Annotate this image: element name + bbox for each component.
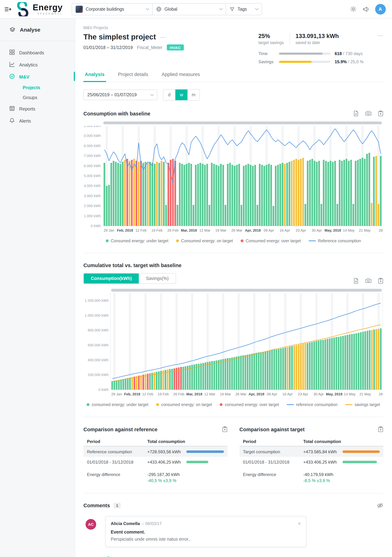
export-report-button[interactable] [353,110,359,116]
chart2-zoom-scrollbar[interactable] [111,289,382,292]
consumption-bar [356,333,357,390]
mv-icon [9,74,15,79]
consumption-bar [179,163,181,226]
x-axis-tick: 09 Apr [267,392,277,396]
legend-label: savings target [355,402,380,407]
consumption-bar [120,164,121,226]
add-to-report-button[interactable] [378,426,383,432]
consumption-bar [227,358,228,390]
settings-button[interactable] [350,6,357,12]
user-avatar[interactable]: A [375,4,386,14]
time-progress-bar[interactable] [279,53,330,55]
toggle-consumption-kwh[interactable]: Consumption(kWh) [84,274,139,283]
sidebar-item-label: M&V [19,74,30,79]
add-to-report-button[interactable] [378,278,383,284]
kpi-more-button[interactable]: ⋯ [378,33,383,38]
sidebar-item-analytics[interactable]: Analytics [0,58,75,70]
add-to-report-button[interactable] [222,426,227,432]
consumption-bar [211,163,213,226]
granularity-day-button[interactable]: d [163,90,175,100]
sidebar-item-reports[interactable]: Reports [0,102,75,114]
x-axis-tick: May, 2018 [325,229,341,232]
toggle-savings-pct[interactable]: Savings(%) [139,274,176,283]
sidebar-item-alerts[interactable]: Alerts [0,114,75,126]
consumption-bar [307,161,309,226]
x-axis-tick: 26 Feb [167,229,178,232]
chevron-down-icon [219,7,223,10]
sidebar-item-groups[interactable]: Groups [0,92,75,102]
building-selector-value: Corporate buildings [86,7,144,12]
add-comment-button[interactable]: Add comment [105,556,383,557]
building-thumbnail [76,6,83,13]
analysis-date-range-select[interactable]: 25/06/2019 – 01/07/2019 [83,90,157,100]
tab-applied-measures[interactable]: Applied measures [160,69,201,82]
sidebar-toggle-button[interactable] [0,6,16,12]
granularity-month-button[interactable]: m [187,90,200,100]
consumption-bar [183,367,184,390]
saved-to-date-label: saved to date [296,41,339,45]
consumption-bar [365,331,366,390]
consumption-bar [149,373,151,390]
consumption-bar [218,166,219,226]
comment-author-avatar: AC [86,519,96,530]
energy-logo[interactable]: Energy SPACEWELL [16,2,63,16]
consumption-bar [236,357,237,390]
consumption-bar [282,348,284,390]
row-period: Reference consumption [87,449,147,454]
announcements-button[interactable] [362,6,369,12]
consumption-bar [293,346,295,390]
scope-selector[interactable]: Global [152,3,226,15]
building-selector[interactable]: Corporate buildings [72,3,153,15]
row-period: 01/01/2018 - 31/12/2018 [243,459,303,465]
consumption-bar [302,158,304,226]
comment-date: – 06/03/17 [142,521,162,526]
x-axis-tick: 23 Apr [296,229,306,232]
comment-body-text: Perspiciatis unde omnis iste natus error… [111,537,301,542]
legend-label: consumed energy: under target [92,402,149,407]
snapshot-button[interactable] [365,278,372,284]
tab-project-details[interactable]: Project details [117,69,150,82]
sidebar-item-dashboards[interactable]: Dashboards [0,46,75,58]
consumption-bar [259,164,261,226]
consumption-bar [191,365,193,390]
consumption-bar [113,161,114,226]
chart1-zoom-scrollbar[interactable] [103,122,382,124]
x-axis-tick: Mar, 2018 [186,392,202,396]
row-period: 01/01/2018 - 31/12/2018 [87,459,147,465]
close-comment-button[interactable]: × [298,521,301,526]
x-axis-tick: 23 Apr [298,392,308,396]
hide-comments-button[interactable] [377,503,383,508]
add-to-report-button[interactable] [378,110,383,116]
consumption-bar [209,205,210,226]
consumption-bar [115,162,117,226]
breadcrumb[interactable]: M&V Projects [83,25,383,30]
consumption-bar [380,156,382,226]
consumption-bar [196,364,197,390]
x-axis-tick: 19 Mar [216,229,227,232]
analytics-icon [9,61,15,67]
granularity-week-button[interactable]: w [175,90,187,100]
savings-progress-bar[interactable] [279,61,330,63]
consumption-bar [140,161,142,226]
sidebar-section-analyse[interactable]: Analyse [0,18,75,41]
x-axis-tick: 14 May [344,392,356,396]
consumption-bar [334,161,336,226]
consumption-bar [269,351,271,390]
consumption-bar [106,186,108,226]
consumption-bar [188,163,190,226]
snapshot-button[interactable] [365,110,372,116]
chart2-mode-toggle: Consumption(kWh) Savings(%) [83,273,176,284]
tags-selector[interactable]: Tags [226,3,262,15]
project-tag-badge: HVAC [167,44,184,50]
export-report-button[interactable] [353,278,359,284]
consumption-bar [300,159,302,226]
consumption-bar [245,355,246,390]
consumption-bar [313,342,315,390]
sidebar-item-projects[interactable]: Projects [0,82,75,92]
camera-icon [365,278,372,283]
tab-analysis[interactable]: Analysis [83,69,106,82]
project-more-button[interactable]: ⋯ [160,34,166,40]
consumption-bar [357,160,359,226]
sidebar-item-mv[interactable]: M&V [0,70,75,82]
topbar: Energy SPACEWELL Corporate buildings Glo… [0,0,392,18]
